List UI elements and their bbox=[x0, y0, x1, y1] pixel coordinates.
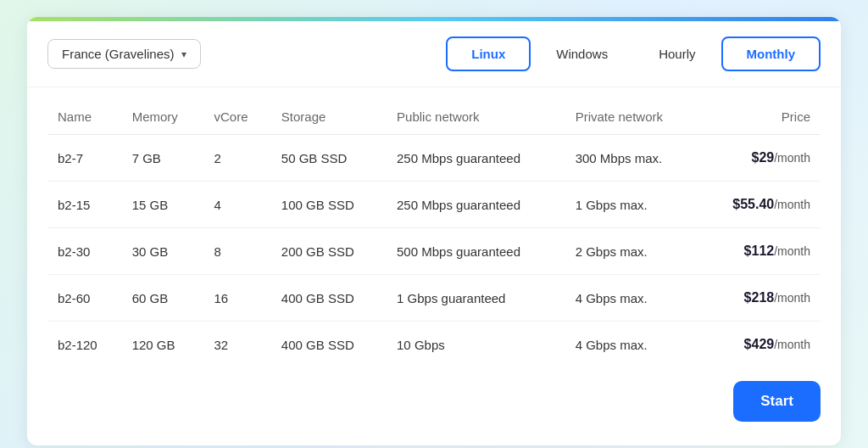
table-row[interactable]: b2-120120 GB32400 GB SSD10 Gbps4 Gbps ma… bbox=[47, 322, 821, 368]
table-row[interactable]: b2-77 GB250 GB SSD250 Mbps guaranteed300… bbox=[47, 135, 821, 182]
table-row[interactable]: b2-6060 GB16400 GB SSD1 Gbps guaranteed4… bbox=[47, 275, 821, 322]
table-header-row: Name Memory vCore Storage Public network… bbox=[47, 96, 821, 135]
cell-storage: 400 GB SSD bbox=[271, 275, 387, 322]
cell-private-network: 4 Gbps max. bbox=[565, 275, 699, 322]
cell-memory: 120 GB bbox=[122, 322, 204, 368]
cell-name: b2-30 bbox=[47, 228, 122, 275]
cell-price: $218/month bbox=[699, 275, 821, 322]
col-storage: Storage bbox=[271, 96, 387, 135]
cell-public-network: 1 Gbps guaranteed bbox=[387, 275, 565, 322]
cell-private-network: 2 Gbps max. bbox=[565, 228, 699, 275]
cell-storage: 200 GB SSD bbox=[271, 228, 387, 275]
col-public-network: Public network bbox=[387, 96, 565, 135]
cell-vcore: 4 bbox=[204, 182, 271, 228]
col-memory: Memory bbox=[122, 96, 204, 135]
tab-linux[interactable]: Linux bbox=[446, 36, 531, 71]
cell-public-network: 250 Mbps guaranteed bbox=[387, 182, 565, 228]
cell-memory: 7 GB bbox=[122, 135, 204, 182]
tab-group: Linux Windows Hourly Monthly bbox=[446, 36, 821, 71]
cell-private-network: 300 Mbps max. bbox=[565, 135, 699, 182]
location-selector[interactable]: France (Gravelines) ▾ bbox=[47, 39, 201, 69]
cell-storage: 100 GB SSD bbox=[271, 182, 387, 228]
cell-price: $112/month bbox=[699, 228, 821, 275]
main-container: France (Gravelines) ▾ Linux Windows Hour… bbox=[27, 17, 841, 445]
cell-vcore: 16 bbox=[204, 275, 271, 322]
cell-name: b2-60 bbox=[47, 275, 122, 322]
cell-public-network: 10 Gbps bbox=[387, 322, 565, 368]
cell-name: b2-15 bbox=[47, 182, 122, 228]
col-vcore: vCore bbox=[204, 96, 271, 135]
col-private-network: Private network bbox=[565, 96, 699, 135]
pricing-table: Name Memory vCore Storage Public network… bbox=[47, 96, 821, 367]
table-section: Name Memory vCore Storage Public network… bbox=[27, 87, 841, 381]
cell-private-network: 4 Gbps max. bbox=[565, 322, 699, 368]
cell-name: b2-7 bbox=[47, 135, 122, 182]
cell-price: $429/month bbox=[699, 322, 821, 368]
header: France (Gravelines) ▾ Linux Windows Hour… bbox=[27, 21, 841, 87]
tab-windows[interactable]: Windows bbox=[531, 36, 633, 71]
table-row[interactable]: b2-1515 GB4100 GB SSD250 Mbps guaranteed… bbox=[47, 182, 821, 228]
col-price: Price bbox=[699, 96, 821, 135]
cell-storage: 400 GB SSD bbox=[271, 322, 387, 368]
cell-storage: 50 GB SSD bbox=[271, 135, 387, 182]
cell-public-network: 500 Mbps guaranteed bbox=[387, 228, 565, 275]
start-button[interactable]: Start bbox=[733, 381, 821, 422]
chevron-down-icon: ▾ bbox=[181, 48, 186, 60]
table-row[interactable]: b2-3030 GB8200 GB SSD500 Mbps guaranteed… bbox=[47, 228, 821, 275]
cell-name: b2-120 bbox=[47, 322, 122, 368]
tab-hourly[interactable]: Hourly bbox=[633, 36, 721, 71]
footer: Start bbox=[27, 381, 841, 425]
cell-memory: 30 GB bbox=[122, 228, 204, 275]
tab-monthly[interactable]: Monthly bbox=[721, 36, 821, 71]
cell-price: $55.40/month bbox=[699, 182, 821, 228]
cell-memory: 15 GB bbox=[122, 182, 204, 228]
cell-vcore: 2 bbox=[204, 135, 271, 182]
cell-public-network: 250 Mbps guaranteed bbox=[387, 135, 565, 182]
location-label: France (Gravelines) bbox=[62, 47, 175, 61]
cell-vcore: 32 bbox=[204, 322, 271, 368]
cell-memory: 60 GB bbox=[122, 275, 204, 322]
cell-price: $29/month bbox=[699, 135, 821, 182]
cell-private-network: 1 Gbps max. bbox=[565, 182, 699, 228]
cell-vcore: 8 bbox=[204, 228, 271, 275]
col-name: Name bbox=[47, 96, 122, 135]
